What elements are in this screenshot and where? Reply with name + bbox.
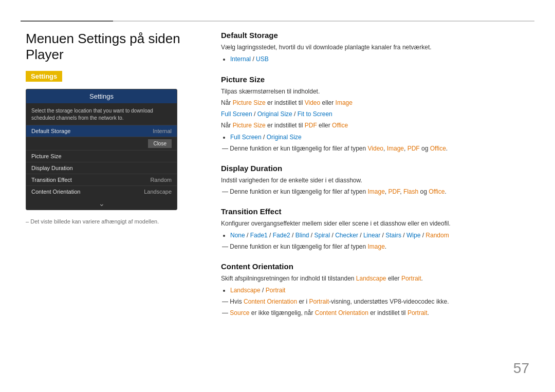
panel-chevron: ⌄ [26,197,177,210]
link-checker: Checker [335,232,358,239]
section-title-default-storage: Default Storage [221,31,529,40]
section-para: Vælg lagringsstedet, hvortil du vil down… [221,43,529,52]
section-note-2: Source er ikke tilgængelig, når Content … [221,308,529,318]
panel-description: Select the storage location that you wan… [26,103,177,125]
section-default-storage: Default Storage Vælg lagringsstedet, hvo… [221,31,529,65]
link-stairs: Stairs [385,232,401,239]
section-bullets: Landscape / Portrait [230,285,529,295]
link-linear: Linear [363,232,380,239]
note-video: Video [368,145,383,152]
link-blind: Blind [295,232,309,239]
left-panel: Menuen Settings på siden Player Settings… [26,31,200,225]
panel-row-content-orientation[interactable]: Content Orientation Landscape [26,185,177,197]
link-spiral: Spiral [314,232,330,239]
section-title-picture-size: Picture Size [221,75,529,84]
panel-row-label: Content Orientation [31,189,80,195]
list-item: Internal / USB [230,54,529,64]
section-bullets: Full Screen / Original Size [230,132,529,142]
section-title-display-duration: Display Duration [221,164,529,173]
link-fullscreen2: Full Screen [230,134,262,141]
section-title-content-orientation: Content Orientation [221,262,529,271]
link-fade2: Fade2 [273,232,290,239]
link-usb: USB [256,55,269,63]
section-para: Konfigurer overgangseffekter mellem side… [221,219,529,229]
note-content-orientation: Content Orientation [244,298,297,305]
link-none: None [230,232,245,239]
link-image: Image [336,99,353,106]
section-note: Denne funktion er kun tilgængelig for fi… [221,144,529,154]
list-item: None / Fade1 / Fade2 / Blind / Spiral / … [230,230,529,240]
section-para: Når Picture Size er indstillet til Video… [221,98,529,108]
link-pdf1: PDF [305,122,317,129]
panel-row-default-storage[interactable]: Default Storage Internal [26,125,177,137]
note-content-orientation2: Content Orientation [315,309,368,316]
panel-close-row: Close [26,137,177,150]
section-bullets: Internal / USB [230,54,529,64]
link-originalsize1: Original Size [257,110,292,118]
page-number: 57 [513,360,529,377]
list-item: Landscape / Portrait [230,285,529,295]
section-note: Denne funktion er kun tilgængelig for fi… [221,187,529,197]
panel-row-label: Transition Effect [31,177,72,183]
note-source: Source [230,309,249,316]
link-picturesize: Picture Size [233,99,266,106]
link-internal: Internal [230,55,251,63]
note-portrait1: Portrait [309,298,329,305]
list-item: Full Screen / Original Size [230,132,529,142]
panel-row-label: Display Duration [31,165,73,171]
link-fittoscreen: Fit to Screen [298,110,332,118]
link-landscape2: Landscape [230,287,261,294]
link-portrait: Portrait [401,275,421,282]
link-picturesize2: Picture Size [233,122,266,129]
footnote: – Det viste billede kan variere afhængig… [26,218,200,225]
link-random: Random [425,232,449,239]
section-transition-effect: Transition Effect Konfigurer overgangsef… [221,207,529,252]
panel-row-picture-size[interactable]: Picture Size [26,150,177,162]
panel-row-display-duration[interactable]: Display Duration [26,162,177,174]
panel-row-value: Landscape [144,189,172,195]
panel-row-label: Picture Size [31,153,62,159]
link-fullscreen1: Full Screen [221,110,252,118]
section-para: Tilpas skærmstørrelsen til indholdet. [221,87,529,97]
link-landscape: Landscape [356,275,386,282]
section-para: Skift afspilningsretningen for indhold t… [221,274,529,284]
right-panel: Default Storage Vælg lagringsstedet, hvo… [221,31,529,328]
note-portrait2: Portrait [408,309,428,316]
close-button[interactable]: Close [148,139,172,148]
panel-row-value: Internal [153,128,172,134]
note-pdf: PDF [408,145,420,152]
note-image3: Image [368,243,385,250]
section-display-duration: Display Duration Indstil varigheden for … [221,164,529,197]
top-line-accent [21,21,113,22]
link-office1: Office [332,122,348,129]
section-bullets: None / Fade1 / Fade2 / Blind / Spiral / … [230,230,529,240]
section-picture-size: Picture Size Tilpas skærmstørrelsen til … [221,75,529,154]
note-flash: Flash [403,188,418,195]
section-para: Indstil varigheden for de enkelte sider … [221,176,529,185]
section-content-orientation: Content Orientation Skift afspilningsret… [221,262,529,318]
section-note: Denne funktion er kun tilgængelig for fi… [221,242,529,252]
note-image2: Image [368,188,385,195]
panel-row-label: Default Storage [31,128,70,134]
panel-row-transition-effect[interactable]: Transition Effect Random [26,174,177,185]
section-para: Full Screen / Original Size / Fit to Scr… [221,109,529,119]
section-note-1: Hvis Content Orientation er i Portrait-v… [221,297,529,307]
link-portrait2: Portrait [266,287,286,294]
note-pdf2: PDF [388,188,400,195]
note-image: Image [387,145,404,152]
footnote-dash: – [26,218,30,225]
link-wipe: Wipe [406,232,420,239]
panel-title-bar: Settings [26,89,177,103]
settings-panel: Settings Select the storage location tha… [26,89,177,210]
note-office: Office [430,145,446,152]
link-originalsize2: Original Size [267,134,302,141]
footnote-text: Det viste billede kan variere afhængigt … [30,218,159,225]
link-video: Video [305,99,320,106]
note-office2: Office [429,188,445,195]
section-para: Når Picture Size er indstillet til PDF e… [221,121,529,130]
link-fade1: Fade1 [250,232,268,239]
section-title-transition-effect: Transition Effect [221,207,529,216]
panel-row-value: Random [150,177,172,183]
main-title: Menuen Settings på siden Player [26,31,200,63]
settings-badge: Settings [26,71,62,82]
